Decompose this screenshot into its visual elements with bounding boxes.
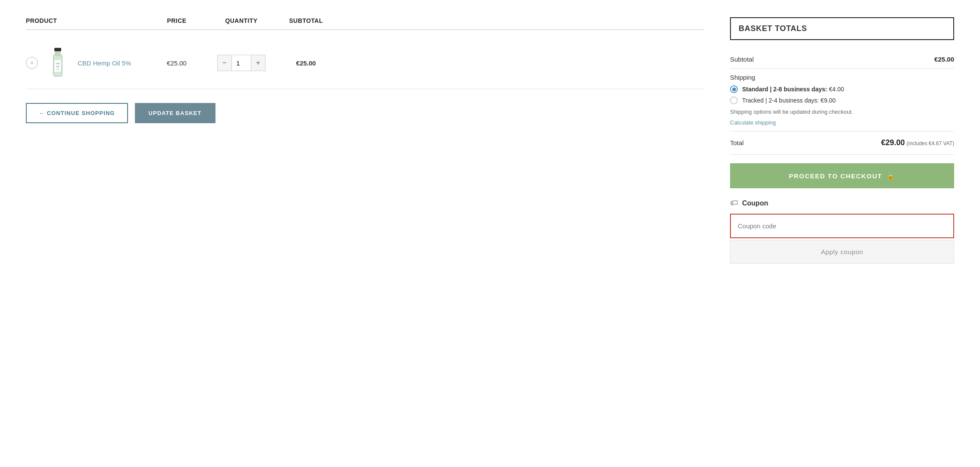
- calculate-shipping-link[interactable]: Calculate shipping: [730, 119, 776, 126]
- basket-totals-panel: BASKET TOTALS Subtotal €25.00 Shipping S…: [730, 17, 954, 264]
- svg-rect-2: [54, 48, 61, 51]
- checkout-label: PROCEED TO CHECKOUT: [789, 172, 882, 180]
- subtotal-row: Subtotal €25.00: [730, 50, 954, 68]
- svg-text:HEMP: HEMP: [56, 66, 60, 68]
- coupon-section: 🏷 Coupon Apply coupon: [730, 199, 954, 264]
- col-product-header: PRODUCT: [26, 17, 147, 24]
- shipping-section: Shipping Standard | 2-8 business days: €…: [730, 68, 954, 131]
- svg-text:CBD: CBD: [56, 62, 60, 65]
- radio-standard[interactable]: [730, 85, 738, 93]
- coupon-heading: 🏷 Coupon: [730, 199, 954, 208]
- shipping-option-tracked[interactable]: Tracked | 2-4 business days: €9.00: [730, 97, 954, 104]
- remove-item-button[interactable]: ×: [26, 57, 38, 69]
- shipping-tracked-text: Tracked | 2-4 business days: €9.00: [742, 97, 836, 104]
- subtotal-label: Subtotal: [730, 56, 754, 63]
- subtotal-value: €25.00: [934, 56, 954, 63]
- cart-actions: ← CONTINUE SHOPPING UPDATE BASKET: [26, 103, 704, 123]
- total-value-wrapper: €29.00 (includes €4.67 VAT): [881, 138, 954, 147]
- proceed-to-checkout-button[interactable]: PROCEED TO CHECKOUT 🔒: [730, 163, 954, 188]
- coupon-code-input[interactable]: [731, 215, 953, 237]
- coupon-heading-text: Coupon: [742, 199, 768, 207]
- quantity-increase-button[interactable]: +: [251, 55, 265, 71]
- shipping-standard-label: Standard | 2-8 business days:: [742, 86, 827, 93]
- lock-icon: 🔒: [886, 172, 896, 180]
- cart-section: PRODUCT PRICE QUANTITY SUBTOTAL ×: [26, 17, 704, 264]
- col-price-header: PRICE: [151, 17, 203, 24]
- total-label: Total: [730, 139, 744, 146]
- total-row: Total €29.00 (includes €4.67 VAT): [730, 131, 954, 155]
- continue-shopping-button[interactable]: ← CONTINUE SHOPPING: [26, 103, 128, 123]
- shipping-note: Shipping options will be updated during …: [730, 109, 954, 115]
- product-image: CBD HEMP OIL: [45, 46, 71, 80]
- total-value: €29.00: [881, 138, 905, 147]
- shipping-tracked-label: Tracked | 2-4 business days:: [742, 97, 819, 104]
- quantity-cell: − +: [207, 55, 276, 71]
- total-vat: (includes €4.67 VAT): [907, 140, 954, 146]
- shipping-label: Shipping: [730, 74, 954, 81]
- table-row: × CBD HEMP OIL: [26, 37, 704, 89]
- col-subtotal-header: SUBTOTAL: [280, 17, 332, 24]
- shipping-tracked-price: €9.00: [821, 97, 836, 104]
- close-icon: ×: [30, 59, 34, 66]
- shipping-standard-price: €4.00: [829, 86, 844, 93]
- product-subtotal: €25.00: [280, 59, 332, 67]
- cart-table-header: PRODUCT PRICE QUANTITY SUBTOTAL: [26, 17, 704, 30]
- tag-icon: 🏷: [730, 199, 738, 208]
- radio-tracked[interactable]: [730, 97, 738, 104]
- product-cell: × CBD HEMP OIL: [26, 46, 147, 80]
- coupon-input-wrapper: [730, 214, 954, 238]
- update-basket-button[interactable]: UPDATE BASKET: [135, 103, 215, 123]
- svg-text:OIL: OIL: [57, 68, 59, 70]
- shipping-option-standard[interactable]: Standard | 2-8 business days: €4.00: [730, 85, 954, 93]
- quantity-input[interactable]: [232, 55, 251, 71]
- product-name[interactable]: CBD Hemp Oil 5%: [78, 59, 131, 67]
- basket-totals-title: BASKET TOTALS: [730, 17, 954, 40]
- shipping-standard-text: Standard | 2-8 business days: €4.00: [742, 86, 844, 93]
- col-quantity-header: QUANTITY: [207, 17, 276, 24]
- quantity-decrease-button[interactable]: −: [217, 55, 232, 71]
- product-price: €25.00: [151, 59, 203, 67]
- apply-coupon-button[interactable]: Apply coupon: [730, 240, 954, 264]
